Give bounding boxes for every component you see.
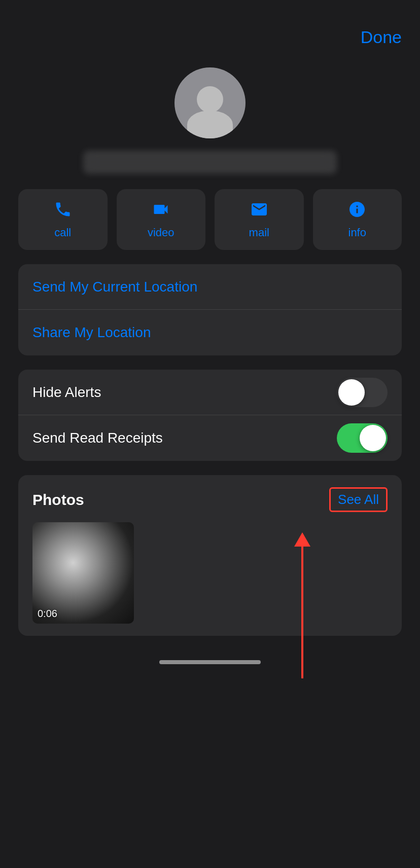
settings-section: Hide Alerts Send Read Receipts	[18, 370, 402, 461]
photos-grid: 0:06	[32, 522, 388, 624]
annotation-arrow	[294, 532, 310, 678]
hide-alerts-knob	[338, 379, 365, 406]
send-current-location-row[interactable]: Send My Current Location	[18, 264, 402, 310]
video-button[interactable]: video	[117, 189, 206, 250]
see-all-button[interactable]: See All	[329, 487, 388, 512]
info-icon	[348, 200, 366, 221]
call-button[interactable]: call	[18, 189, 108, 250]
phone-icon	[54, 200, 72, 221]
photos-section: Photos See All 0:06	[18, 475, 402, 636]
done-button[interactable]: Done	[361, 27, 402, 47]
mail-icon	[250, 200, 268, 221]
photos-header: Photos See All	[32, 487, 388, 512]
photos-title: Photos	[32, 491, 84, 509]
avatar-person-icon	[174, 67, 246, 138]
mail-button[interactable]: mail	[215, 189, 304, 250]
video-label: video	[148, 226, 174, 239]
mail-label: mail	[249, 226, 269, 239]
home-indicator	[0, 650, 420, 672]
call-label: call	[54, 226, 71, 239]
top-bar: Done	[0, 0, 420, 57]
send-read-receipts-toggle[interactable]	[337, 423, 388, 453]
action-buttons-row: call video mail info	[0, 189, 420, 250]
arrow-line	[301, 547, 303, 678]
info-label: info	[348, 226, 366, 239]
send-read-receipts-label: Send Read Receipts	[32, 430, 163, 446]
hide-alerts-toggle[interactable]	[337, 378, 388, 407]
send-read-receipts-row[interactable]: Send Read Receipts	[18, 415, 402, 461]
contact-name-blurred	[83, 151, 337, 174]
home-bar	[159, 660, 261, 664]
avatar-body	[187, 111, 233, 138]
send-read-receipts-knob	[360, 425, 386, 451]
share-my-location-row[interactable]: Share My Location	[18, 310, 402, 355]
info-button[interactable]: info	[313, 189, 402, 250]
video-icon	[152, 200, 170, 221]
location-section: Send My Current Location Share My Locati…	[18, 264, 402, 355]
avatar	[174, 67, 246, 138]
hide-alerts-row[interactable]: Hide Alerts	[18, 370, 402, 415]
hide-alerts-label: Hide Alerts	[32, 384, 101, 401]
avatar-head	[197, 86, 223, 113]
send-current-location-label: Send My Current Location	[32, 279, 197, 295]
photo-thumbnail[interactable]: 0:06	[32, 522, 134, 624]
arrow-head	[294, 532, 310, 547]
share-my-location-label: Share My Location	[32, 324, 151, 341]
photo-duration: 0:06	[38, 608, 57, 620]
avatar-section	[0, 57, 420, 189]
